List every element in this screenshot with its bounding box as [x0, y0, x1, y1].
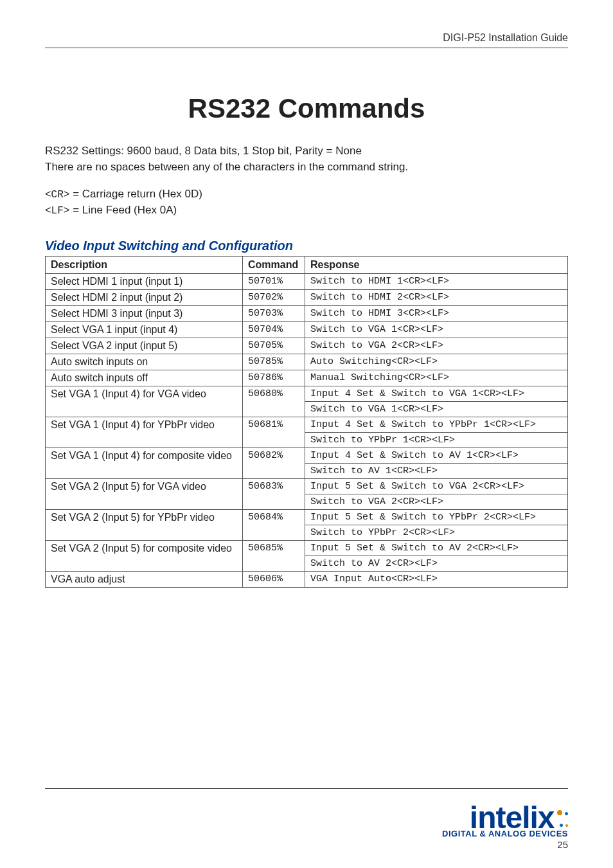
cell-description: Set VGA 2 (Input 5) for composite video — [46, 540, 243, 571]
cell-command: 50704% — [243, 321, 305, 338]
footer-rule — [45, 788, 568, 789]
table-header-row: Description Command Response — [46, 256, 568, 273]
table-row: Select HDMI 2 input (input 2)50702%Switc… — [46, 289, 568, 305]
cell-response: Switch to VGA 1<CR><LF> — [305, 401, 568, 417]
table-row: Select VGA 2 input (input 5)50705%Switch… — [46, 338, 568, 354]
cell-response: Input 5 Set & Switch to AV 2<CR><LF> — [305, 540, 568, 556]
table-row: Set VGA 1 (Input 4) for VGA video50680%I… — [46, 386, 568, 401]
legend-lf: <LF> = Line Feed (Hex 0A) — [45, 203, 568, 219]
table-row: Select HDMI 3 input (input 3)50703%Switc… — [46, 305, 568, 321]
cell-command: 50606% — [243, 571, 305, 587]
cell-response: Switch to VGA 2<CR><LF> — [305, 338, 568, 354]
cell-description: VGA auto adjust — [46, 571, 243, 587]
cell-command: 50785% — [243, 354, 305, 370]
cell-command: 50705% — [243, 338, 305, 354]
table-row: Select HDMI 1 input (input 1)50701%Switc… — [46, 273, 568, 289]
cell-command: 50702% — [243, 289, 305, 305]
th-response: Response — [305, 256, 568, 273]
cell-response: Switch to HDMI 1<CR><LF> — [305, 273, 568, 289]
legend-cr-text: = Carriage return (Hex 0D) — [69, 188, 202, 200]
cell-description: Select HDMI 1 input (input 1) — [46, 273, 243, 289]
table-body: Select HDMI 1 input (input 1)50701%Switc… — [46, 273, 568, 587]
header-rule — [45, 48, 568, 48]
cell-description: Set VGA 1 (Input 4) for composite video — [46, 448, 243, 478]
cell-response: Auto Switching<CR><LF> — [305, 354, 568, 370]
page-title: RS232 Commands — [45, 93, 568, 124]
cell-response: Switch to YPbPr 1<CR><LF> — [305, 432, 568, 448]
table-row: Set VGA 1 (Input 4) for YPbPr video50681… — [46, 417, 568, 432]
cell-command: 50685% — [243, 540, 305, 571]
cell-description: Set VGA 2 (Input 5) for VGA video — [46, 478, 243, 509]
cell-response: VGA Input Auto<CR><LF> — [305, 571, 568, 587]
cell-description: Select HDMI 3 input (input 3) — [46, 305, 243, 321]
legend-lf-text: = Line Feed (Hex 0A) — [69, 204, 177, 216]
table-row: Set VGA 2 (Input 5) for YPbPr video50684… — [46, 509, 568, 525]
cell-description: Select VGA 2 input (input 5) — [46, 338, 243, 354]
table-row: Set VGA 2 (Input 5) for VGA video50683%I… — [46, 478, 568, 494]
cell-response: Switch to VGA 1<CR><LF> — [305, 321, 568, 338]
cell-description: Set VGA 2 (Input 5) for YPbPr video — [46, 509, 243, 540]
cell-response: Switch to AV 1<CR><LF> — [305, 463, 568, 478]
th-description: Description — [46, 256, 243, 273]
th-command: Command — [243, 256, 305, 273]
cell-description: Set VGA 1 (Input 4) for YPbPr video — [46, 417, 243, 448]
cell-response: Switch to HDMI 2<CR><LF> — [305, 289, 568, 305]
section-heading: Video Input Switching and Configuration — [45, 239, 568, 253]
logo-dots-icon — [556, 806, 568, 829]
cell-command: 50701% — [243, 273, 305, 289]
cell-description: Select HDMI 2 input (input 2) — [46, 289, 243, 305]
cell-command: 50682% — [243, 448, 305, 478]
logo-subtitle: DIGITAL & ANALOG DEVICES — [442, 829, 568, 838]
footer-logo-block: intelix DIGITAL & ANALOG DEVICES 25 — [442, 804, 568, 850]
cell-response: Input 4 Set & Switch to AV 1<CR><LF> — [305, 448, 568, 463]
table-row: VGA auto adjust50606%VGA Input Auto<CR><… — [46, 571, 568, 587]
cell-response: Switch to YPbPr 2<CR><LF> — [305, 525, 568, 540]
table-row: Select VGA 1 input (input 4)50704%Switch… — [46, 321, 568, 338]
cell-response: Input 4 Set & Switch to YPbPr 1<CR><LF> — [305, 417, 568, 432]
cell-description: Auto switch inputs off — [46, 370, 243, 386]
page-number: 25 — [442, 839, 568, 850]
cell-response: Input 5 Set & Switch to YPbPr 2<CR><LF> — [305, 509, 568, 525]
cell-command: 50680% — [243, 386, 305, 417]
cell-description: Set VGA 1 (Input 4) for VGA video — [46, 386, 243, 417]
logo: intelix — [442, 804, 568, 831]
intro-block: RS232 Settings: 9600 baud, 8 Data bits, … — [45, 143, 568, 175]
table-row: Set VGA 1 (Input 4) for composite video5… — [46, 448, 568, 463]
legend-block: <CR> = Carriage return (Hex 0D) <LF> = L… — [45, 186, 568, 219]
cell-command: 50683% — [243, 478, 305, 509]
cell-description: Select VGA 1 input (input 4) — [46, 321, 243, 338]
legend-cr-code: <CR> — [45, 189, 69, 201]
cell-command: 50703% — [243, 305, 305, 321]
legend-lf-code: <LF> — [45, 205, 69, 217]
page: DIGI-P52 Installation Guide RS232 Comman… — [0, 0, 613, 868]
intro-line-1: RS232 Settings: 9600 baud, 8 Data bits, … — [45, 143, 568, 159]
doc-header: DIGI-P52 Installation Guide — [45, 32, 568, 48]
cell-response: Switch to VGA 2<CR><LF> — [305, 494, 568, 509]
cell-command: 50786% — [243, 370, 305, 386]
commands-table: Description Command Response Select HDMI… — [45, 256, 568, 588]
table-row: Auto switch inputs off50786%Manual Switc… — [46, 370, 568, 386]
cell-command: 50684% — [243, 509, 305, 540]
cell-description: Auto switch inputs on — [46, 354, 243, 370]
cell-response: Input 4 Set & Switch to VGA 1<CR><LF> — [305, 386, 568, 401]
cell-response: Switch to HDMI 3<CR><LF> — [305, 305, 568, 321]
cell-command: 50681% — [243, 417, 305, 448]
intro-line-2: There are no spaces between any of the c… — [45, 159, 568, 176]
legend-cr: <CR> = Carriage return (Hex 0D) — [45, 186, 568, 203]
cell-response: Input 5 Set & Switch to VGA 2<CR><LF> — [305, 478, 568, 494]
cell-response: Manual Switching<CR><LF> — [305, 370, 568, 386]
table-row: Auto switch inputs on50785%Auto Switchin… — [46, 354, 568, 370]
table-row: Set VGA 2 (Input 5) for composite video5… — [46, 540, 568, 556]
cell-response: Switch to AV 2<CR><LF> — [305, 556, 568, 571]
